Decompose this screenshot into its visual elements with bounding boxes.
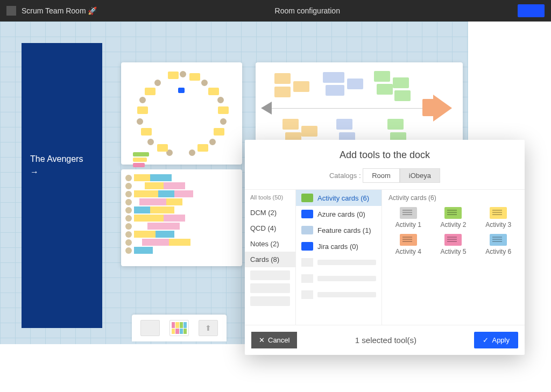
preview-header: Activity cards (6)	[388, 194, 518, 202]
tool-placeholder	[296, 270, 382, 287]
category-notes[interactable]: Notes (2)	[245, 236, 295, 252]
tool-feature-cards[interactable]: Feature cards (1)	[296, 222, 382, 238]
team-side-panel: The Avengers →	[22, 43, 102, 328]
catalogs-label: Catalogs :	[329, 172, 361, 180]
dock-tool-2[interactable]	[169, 320, 189, 336]
azure-cards-icon	[301, 210, 313, 218]
selected-count: 1 selected tool(s)	[297, 336, 474, 345]
close-icon: ✕	[259, 336, 265, 344]
activity-1[interactable]: Activity 1	[388, 207, 428, 229]
activity-5[interactable]: Activity 5	[434, 234, 474, 255]
add-tools-modal: Add tools to the dock Catalogs : RoomiOb…	[245, 140, 525, 355]
check-icon: ✓	[483, 336, 489, 344]
tab-room[interactable]: Room	[363, 168, 400, 183]
feature-cards-icon	[301, 226, 313, 234]
category-placeholder	[250, 283, 290, 293]
tool-azure-cards[interactable]: Azure cards (0)	[296, 206, 382, 222]
tool-placeholder	[296, 287, 382, 303]
activity-6[interactable]: Activity 6	[478, 234, 518, 255]
dock: ⬆	[132, 315, 227, 341]
category-header: All tools (50)	[245, 190, 295, 205]
tool-activity-cards[interactable]: Activity cards (6)	[296, 190, 382, 206]
team-name: The Avengers	[30, 154, 94, 164]
activity-3[interactable]: Activity 3	[478, 207, 518, 229]
category-dcm[interactable]: DCM (2)	[245, 205, 295, 220]
category-list: All tools (50) DCM (2) QCD (4) Notes (2)…	[245, 190, 296, 325]
catalog-switcher: Catalogs : RoomiObeya	[245, 166, 525, 189]
dock-tool-upload[interactable]: ⬆	[199, 320, 218, 336]
tool-preview: Activity cards (6) Activity 1 Activity 2…	[382, 190, 525, 325]
board-circle[interactable]	[121, 62, 242, 165]
room-name: Scrum Team Room 🚀	[22, 6, 97, 15]
tab-iobeya[interactable]: iObeya	[400, 168, 440, 183]
cancel-button[interactable]: ✕Cancel	[251, 332, 297, 348]
arrow-right-icon[interactable]: →	[30, 167, 94, 177]
category-cards[interactable]: Cards (8)	[245, 252, 295, 267]
tool-label: Jira cards (0)	[317, 243, 358, 251]
category-placeholder	[250, 270, 290, 280]
jira-cards-icon	[301, 242, 313, 251]
apply-button[interactable]: ✓Apply	[474, 332, 518, 348]
app-icon	[6, 6, 16, 16]
tool-label: Activity cards (6)	[317, 194, 369, 202]
header-action-button[interactable]	[518, 4, 545, 17]
activity-4[interactable]: Activity 4	[388, 234, 428, 255]
dock-tool-1[interactable]	[140, 320, 160, 336]
category-qcd[interactable]: QCD (4)	[245, 220, 295, 236]
category-placeholder	[250, 296, 290, 306]
tool-jira-cards[interactable]: Jira cards (0)	[296, 238, 382, 254]
tool-list: Activity cards (6) Azure cards (0) Featu…	[296, 190, 382, 325]
activity-2[interactable]: Activity 2	[434, 207, 474, 229]
modal-title: Add tools to the dock	[245, 140, 525, 166]
activity-cards-icon	[301, 194, 313, 202]
tool-placeholder	[296, 254, 382, 270]
tool-label: Feature cards (1)	[317, 226, 371, 234]
tool-label: Azure cards (0)	[317, 210, 365, 218]
page-title: Room configuration	[97, 6, 518, 15]
board-gantt[interactable]	[121, 169, 242, 266]
top-bar: Scrum Team Room 🚀 Room configuration	[0, 0, 551, 22]
